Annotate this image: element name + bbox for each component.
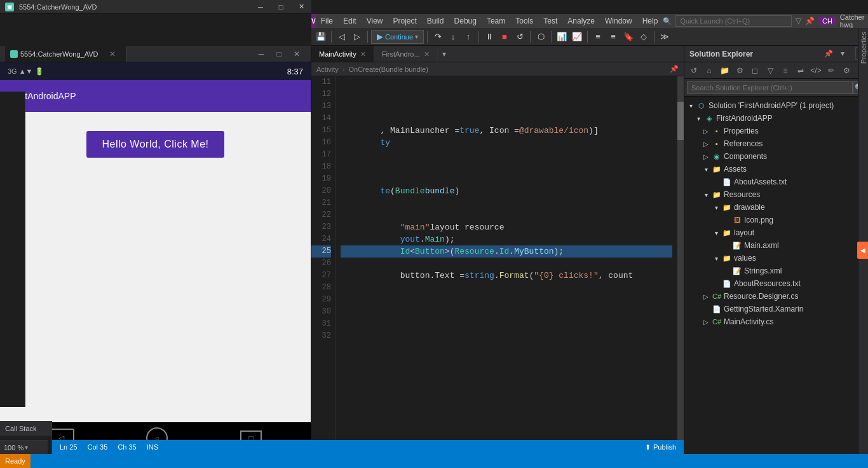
toolbar-nav-btn[interactable]: ≡: [591, 30, 605, 44]
emulator-maximize[interactable]: □: [270, 47, 288, 61]
tree-solution[interactable]: ▾ ⬡ Solution 'FirstAndroidAPP' (1 projec…: [684, 99, 868, 112]
se-home-btn[interactable]: ⌂: [702, 64, 716, 77]
menu-project[interactable]: Project: [388, 14, 422, 28]
tree-strings-xml[interactable]: 📝 Strings.xml: [684, 265, 868, 277]
tree-resources[interactable]: ▾ 📁 Resources: [684, 188, 868, 201]
android-hello-button[interactable]: Hello World, Click Me!: [86, 131, 224, 158]
components-expand-icon[interactable]: ▷: [702, 153, 710, 160]
toolbar-bookmark-btn[interactable]: 🔖: [621, 30, 635, 44]
references-expand-icon[interactable]: ▷: [702, 140, 710, 148]
zoom-dropdown-icon[interactable]: ▾: [25, 444, 28, 451]
se-show-files-btn[interactable]: 📁: [717, 64, 731, 77]
code-content-area[interactable]: , MainLauncher = true, Icon = @drawable/…: [336, 76, 677, 448]
status-ready[interactable]: Ready: [0, 454, 31, 468]
menu-analyze[interactable]: Analyze: [562, 14, 600, 28]
toolbar-stepout-btn[interactable]: ↑: [461, 30, 475, 44]
se-props-btn[interactable]: ⚙: [733, 64, 747, 77]
emulator-minimize[interactable]: ─: [252, 47, 270, 61]
tree-properties[interactable]: ▷ ▪ Properties: [684, 125, 868, 137]
menu-test[interactable]: Test: [538, 14, 562, 28]
resources-expand-icon[interactable]: ▾: [702, 191, 710, 198]
toolbar-save-btn[interactable]: 💾: [314, 30, 328, 44]
tree-values[interactable]: ▾ 📁 values: [684, 252, 868, 265]
tree-resource-designer[interactable]: ▷ C# Resource.Designer.cs: [684, 290, 868, 303]
menu-window[interactable]: Window: [600, 14, 637, 28]
menu-tools[interactable]: Tools: [510, 14, 538, 28]
tree-icon-png[interactable]: 🖼 Icon.png: [684, 214, 868, 226]
tree-project[interactable]: ▾ ◈ FirstAndroidAPP: [684, 112, 868, 125]
project-expand-icon[interactable]: ▾: [695, 114, 702, 122]
feedback-btn[interactable]: ◀: [857, 242, 868, 259]
layout-expand-icon[interactable]: ▾: [712, 229, 720, 237]
line-num-12: 12: [311, 88, 331, 100]
drawable-expand-icon[interactable]: ▾: [712, 203, 720, 211]
toolbar-step-btn[interactable]: ↷: [431, 30, 445, 44]
quick-launch-input[interactable]: [675, 15, 792, 27]
se-preview-btn[interactable]: ◻: [748, 64, 762, 77]
toolbar-stop-btn[interactable]: ■: [498, 30, 512, 44]
se-refresh-btn[interactable]: ↺: [687, 64, 701, 77]
tree-assets[interactable]: ▾ 📁 Assets: [684, 163, 868, 176]
menu-team[interactable]: Team: [482, 14, 510, 28]
se-pin-btn[interactable]: 📌: [822, 48, 835, 60]
editor-pin-btn[interactable]: 📌: [670, 65, 679, 73]
code-vscrollbar[interactable]: [677, 76, 684, 448]
tree-gettingstarted[interactable]: 📄 GettingStarted.Xamarin: [684, 303, 868, 315]
toolbar-forward-btn[interactable]: ▷: [350, 30, 364, 44]
toolbar-breakpoint-btn[interactable]: ⬡: [534, 30, 548, 44]
emulator-maximize-btn[interactable]: □: [271, 0, 291, 14]
toolbar-diag-btn[interactable]: 📈: [570, 30, 584, 44]
toolbar-nav2-btn[interactable]: ≡: [606, 30, 620, 44]
tab-mainactivity[interactable]: MainActivity ✕: [311, 46, 374, 62]
se-design-btn[interactable]: ✏: [824, 64, 838, 77]
resdesigner-expand-icon[interactable]: ▷: [702, 292, 710, 300]
se-filter-btn[interactable]: ▽: [763, 64, 777, 77]
toolbar-more-btn[interactable]: ≫: [658, 30, 672, 44]
toolbar-perf-btn[interactable]: 📊: [555, 30, 569, 44]
tab-firstandro[interactable]: FirstAndro... ✕: [374, 46, 438, 62]
emulator-tab-close[interactable]: ✕: [104, 47, 121, 61]
emulator-close[interactable]: ✕: [288, 47, 306, 61]
toolbar-stepinto-btn[interactable]: ↓: [446, 30, 460, 44]
se-code-btn[interactable]: </>: [809, 64, 823, 77]
toolbar-pause-btn[interactable]: ⏸: [482, 30, 496, 44]
emulator-tab[interactable]: 5554:CatcherWong_AVD ✕: [5, 46, 127, 62]
toolbar-back-btn[interactable]: ◁: [335, 30, 349, 44]
properties-expand-icon[interactable]: ▷: [702, 127, 710, 135]
toolbar-bookmark2-btn[interactable]: ◇: [637, 30, 651, 44]
emulator-close-btn[interactable]: ✕: [291, 0, 311, 14]
mainactivitycs-expand-icon[interactable]: ▷: [702, 318, 710, 326]
publish-btn[interactable]: ⬆ Publish: [645, 443, 676, 451]
tree-mainactivity-cs[interactable]: ▷ C# MainActivity.cs: [684, 315, 868, 328]
tree-layout[interactable]: ▾ 📁 layout: [684, 226, 868, 239]
tree-main-axml[interactable]: 📝 Main.axml: [684, 239, 868, 252]
values-expand-icon[interactable]: ▾: [712, 254, 720, 262]
se-settings-btn[interactable]: ⚙: [839, 64, 853, 77]
solution-expand-icon[interactable]: ▾: [687, 102, 695, 109]
menu-file[interactable]: File: [316, 14, 338, 28]
tree-aboutassets[interactable]: 📄 AboutAssets.txt: [684, 176, 868, 188]
menu-debug[interactable]: Debug: [449, 14, 482, 28]
menu-help[interactable]: Help: [637, 14, 663, 28]
se-sync-btn[interactable]: ⇌: [794, 64, 808, 77]
menu-edit[interactable]: Edit: [338, 14, 362, 28]
properties-tab[interactable]: Properties: [858, 28, 868, 454]
scroll-thumb[interactable]: [677, 102, 684, 140]
tree-drawable[interactable]: ▾ 📁 drawable: [684, 201, 868, 214]
tree-aboutresources[interactable]: 📄 AboutResources.txt: [684, 277, 868, 290]
tab-mainactivity-close[interactable]: ✕: [360, 50, 366, 59]
tab-dropdown-btn[interactable]: ▾: [438, 46, 451, 62]
menu-view[interactable]: View: [362, 14, 388, 28]
tree-components[interactable]: ▷ ◉ Components: [684, 150, 868, 163]
tab-firstandro-close[interactable]: ✕: [424, 50, 430, 59]
emulator-minimize-btn[interactable]: ─: [250, 0, 271, 14]
tree-references[interactable]: ▷ ▪ References: [684, 137, 868, 150]
call-stack-tab[interactable]: Call Stack: [0, 422, 51, 436]
toolbar-restart-btn[interactable]: ↺: [513, 30, 527, 44]
continue-btn[interactable]: ▶ Continue ▾: [371, 30, 424, 44]
se-search-input[interactable]: [687, 81, 853, 94]
se-collapse-btn[interactable]: ≡: [778, 64, 792, 77]
assets-expand-icon[interactable]: ▾: [702, 165, 710, 173]
se-more-btn[interactable]: ▾: [836, 48, 849, 60]
menu-build[interactable]: Build: [422, 14, 449, 28]
